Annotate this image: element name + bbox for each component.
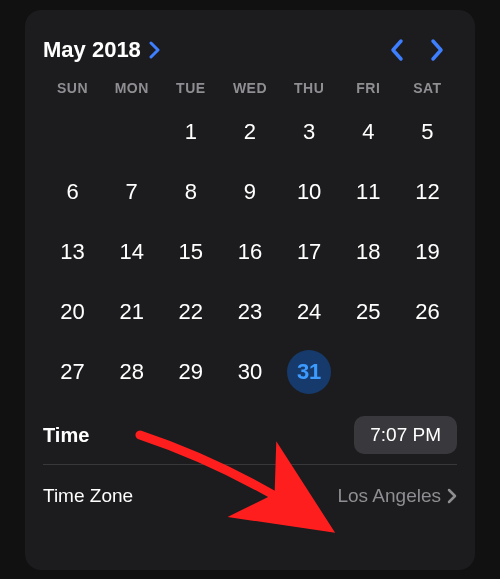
weekday-label: MON xyxy=(102,80,161,96)
calendar-day[interactable]: 18 xyxy=(346,230,390,274)
calendar-day[interactable]: 19 xyxy=(405,230,449,274)
calendar-day[interactable]: 22 xyxy=(169,290,213,334)
time-value-button[interactable]: 7:07 PM xyxy=(354,416,457,454)
weekday-label: WED xyxy=(220,80,279,96)
chevron-right-icon[interactable] xyxy=(149,41,161,59)
weekday-label: SUN xyxy=(43,80,102,96)
calendar-day[interactable]: 20 xyxy=(51,290,95,334)
timezone-row[interactable]: Time Zone Los Angeles xyxy=(43,467,457,525)
calendar-empty-cell xyxy=(110,110,154,154)
month-year-label[interactable]: May 2018 xyxy=(43,37,141,63)
weekday-label: TUE xyxy=(161,80,220,96)
calendar-day[interactable]: 10 xyxy=(287,170,331,214)
calendar-day[interactable]: 15 xyxy=(169,230,213,274)
calendar-day[interactable]: 24 xyxy=(287,290,331,334)
calendar-day[interactable]: 8 xyxy=(169,170,213,214)
calendar-day[interactable]: 7 xyxy=(110,170,154,214)
calendar-day[interactable]: 11 xyxy=(346,170,390,214)
calendar-day[interactable]: 27 xyxy=(51,350,95,394)
calendar-day[interactable]: 14 xyxy=(110,230,154,274)
calendar-day[interactable]: 2 xyxy=(228,110,272,154)
weekday-label: SAT xyxy=(398,80,457,96)
calendar-day[interactable]: 1 xyxy=(169,110,213,154)
chevron-right-icon xyxy=(447,488,457,504)
prev-month-button[interactable] xyxy=(377,30,417,70)
weekday-label: FRI xyxy=(339,80,398,96)
calendar-empty-cell xyxy=(51,110,95,154)
calendar-day[interactable]: 21 xyxy=(110,290,154,334)
calendar-grid: 1234567891011121314151617181920212223242… xyxy=(43,102,457,402)
calendar-day[interactable]: 3 xyxy=(287,110,331,154)
calendar-day[interactable]: 12 xyxy=(405,170,449,214)
next-month-button[interactable] xyxy=(417,30,457,70)
calendar-day[interactable]: 4 xyxy=(346,110,390,154)
calendar-day[interactable]: 28 xyxy=(110,350,154,394)
calendar-day[interactable]: 6 xyxy=(51,170,95,214)
weekday-label: THU xyxy=(280,80,339,96)
calendar-day[interactable]: 9 xyxy=(228,170,272,214)
calendar-day[interactable]: 5 xyxy=(405,110,449,154)
timezone-value: Los Angeles xyxy=(337,485,441,507)
calendar-day[interactable]: 13 xyxy=(51,230,95,274)
calendar-day[interactable]: 30 xyxy=(228,350,272,394)
weekday-header: SUN MON TUE WED THU FRI SAT xyxy=(43,80,457,96)
calendar-day[interactable]: 26 xyxy=(405,290,449,334)
calendar-empty-cell xyxy=(346,350,390,394)
calendar-day[interactable]: 16 xyxy=(228,230,272,274)
calendar-day[interactable]: 25 xyxy=(346,290,390,334)
calendar-day[interactable]: 29 xyxy=(169,350,213,394)
time-label: Time xyxy=(43,424,89,447)
date-time-panel: May 2018 SUN MON TUE WED THU FRI SAT 123… xyxy=(25,10,475,570)
calendar-day[interactable]: 31 xyxy=(287,350,331,394)
calendar-header: May 2018 xyxy=(43,30,457,70)
calendar-day[interactable]: 23 xyxy=(228,290,272,334)
calendar-empty-cell xyxy=(405,350,449,394)
time-row: Time 7:07 PM xyxy=(43,406,457,465)
timezone-label: Time Zone xyxy=(43,485,133,507)
calendar-day[interactable]: 17 xyxy=(287,230,331,274)
